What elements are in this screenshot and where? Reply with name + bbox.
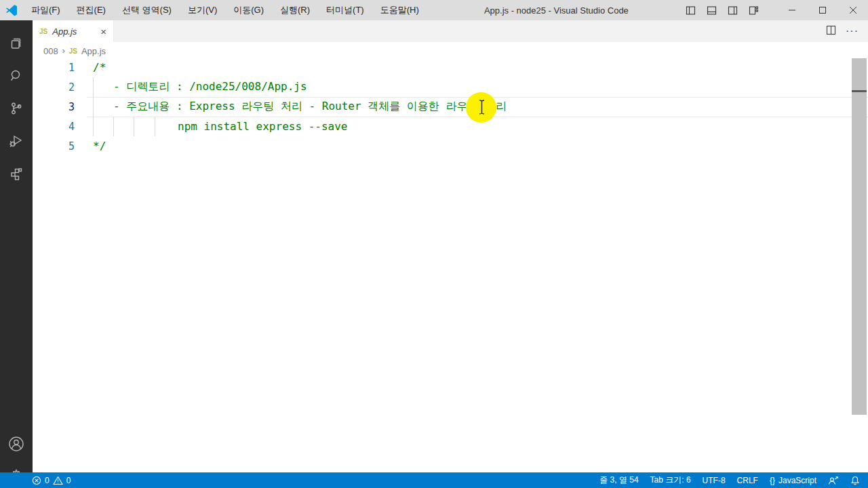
breadcrumb-file[interactable]: App.js: [81, 46, 106, 56]
breadcrumb-folder[interactable]: 008: [43, 46, 58, 56]
cursor-position[interactable]: 줄 3, 열 54: [599, 474, 638, 486]
tab-bar: JS App.js × ···: [33, 20, 868, 42]
title-bar: 파일(F) 편집(E) 선택 영역(S) 보기(V) 이동(G) 실행(R) 터…: [0, 0, 868, 20]
menu-bar: 파일(F) 편집(E) 선택 영역(S) 보기(V) 이동(G) 실행(R) 터…: [23, 0, 427, 20]
tab-appjs[interactable]: JS App.js ×: [33, 20, 114, 42]
notifications-bell-icon[interactable]: [850, 476, 860, 485]
javascript-file-icon: JS: [39, 28, 47, 35]
error-count: 0: [45, 476, 50, 485]
split-editor-icon[interactable]: [826, 25, 836, 38]
code-line: 1 /*: [33, 58, 868, 77]
warning-count: 0: [66, 476, 71, 485]
encoding-setting[interactable]: UTF-8: [703, 476, 726, 485]
eol-setting[interactable]: CRLF: [737, 476, 758, 485]
tab-close-icon[interactable]: ×: [100, 26, 106, 37]
code-line-text: npm install express --save: [75, 120, 347, 133]
menu-run[interactable]: 실행(R): [272, 0, 318, 20]
tab-label: App.js: [52, 26, 96, 37]
search-icon[interactable]: [0, 60, 33, 92]
toggle-panel-icon[interactable]: [707, 5, 717, 16]
close-button[interactable]: [837, 0, 868, 20]
window-title: App.js - node25 - Visual Studio Code: [427, 5, 686, 16]
line-number: 2: [33, 81, 75, 94]
warning-icon: [53, 476, 63, 485]
window-controls: [776, 0, 868, 20]
layout-controls: [686, 5, 759, 16]
code-line-text: */: [75, 140, 106, 152]
code-editor[interactable]: 1 /* 2 - 디렉토리 : /node25/008/App.js 3 - 주…: [33, 58, 868, 472]
code-line-text: - 디렉토리 : /node25/008/App.js: [75, 80, 307, 94]
toggle-primary-sidebar-icon[interactable]: [686, 5, 696, 16]
problems-indicator[interactable]: 0 0: [0, 476, 71, 485]
indentation-setting[interactable]: Tab 크기: 6: [650, 474, 691, 486]
code-line-current: 3 - 주요내용 : Express 라우팅 처리 - Router 객체를 이…: [33, 97, 868, 117]
chevron-right-icon: ›: [62, 46, 65, 56]
toggle-secondary-sidebar-icon[interactable]: [728, 5, 738, 16]
customize-layout-icon[interactable]: [749, 5, 759, 16]
error-icon: [32, 476, 41, 485]
vertical-scrollbar[interactable]: [852, 58, 867, 415]
minimize-button[interactable]: [776, 0, 807, 20]
line-number: 1: [33, 62, 75, 74]
menu-view[interactable]: 보기(V): [180, 0, 225, 20]
activity-bar: [0, 20, 33, 472]
javascript-file-icon: JS: [69, 47, 77, 55]
menu-edit[interactable]: 편집(E): [68, 0, 114, 20]
braces-icon: {}: [770, 476, 775, 485]
editor-actions: ···: [826, 20, 868, 42]
vscode-window: 파일(F) 편집(E) 선택 영역(S) 보기(V) 이동(G) 실행(R) 터…: [0, 0, 868, 488]
vscode-logo-icon: [0, 4, 23, 16]
editor-area: JS App.js × ··· 008 › JS App.js: [33, 20, 868, 472]
menu-go[interactable]: 이동(G): [225, 0, 272, 20]
language-mode[interactable]: {} JavaScript: [770, 476, 816, 485]
code-line: 5 */: [33, 136, 868, 156]
code-line: 4 npm install express --save: [33, 117, 868, 136]
account-icon[interactable]: [0, 428, 33, 460]
line-number: 5: [33, 140, 75, 152]
menu-help[interactable]: 도움말(H): [372, 0, 427, 20]
explorer-icon[interactable]: [0, 27, 33, 60]
status-bar-right: 줄 3, 열 54 Tab 크기: 6 UTF-8 CRLF {} JavaSc…: [599, 474, 868, 486]
more-actions-icon[interactable]: ···: [846, 25, 859, 37]
run-debug-icon[interactable]: [0, 125, 33, 157]
feedback-icon[interactable]: [828, 476, 839, 485]
line-number: 4: [33, 121, 75, 133]
language-label: JavaScript: [778, 476, 816, 485]
text-cursor-ibeam-icon: [477, 99, 486, 118]
scrollbar-cursor-marker: [852, 90, 867, 92]
code-line-text: /*: [75, 61, 106, 74]
line-number-active: 3: [33, 101, 75, 113]
menu-file[interactable]: 파일(F): [23, 0, 68, 20]
source-control-icon[interactable]: [0, 92, 33, 125]
menu-terminal[interactable]: 터미널(T): [318, 0, 372, 20]
extensions-icon[interactable]: [0, 157, 33, 190]
code-line-text: - 주요내용 : Express 라우팅 처리 - Router 객체를 이용한…: [75, 100, 507, 114]
code-line: 2 - 디렉토리 : /node25/008/App.js: [33, 77, 868, 97]
status-bar: 0 0 줄 3, 열 54 Tab 크기: 6 UTF-8 CRLF {} Ja…: [0, 472, 868, 488]
menu-selection[interactable]: 선택 영역(S): [114, 0, 180, 20]
maximize-button[interactable]: [807, 0, 837, 20]
